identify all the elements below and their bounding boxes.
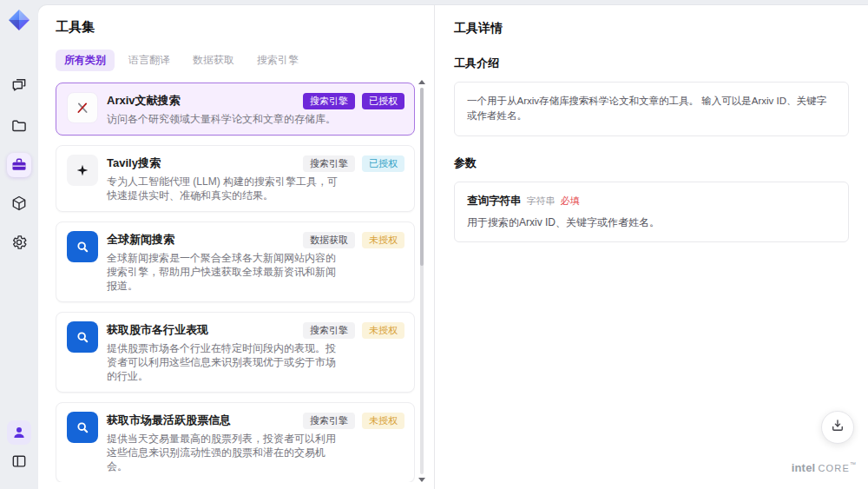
arxiv-logo-icon (67, 92, 98, 123)
sidebar-item-packages[interactable] (7, 191, 31, 215)
detail-title: 工具详情 (454, 21, 849, 36)
intro-text: 一个用于从Arxiv存储库搜索科学论文和文章的工具。 输入可以是Arxiv ID… (467, 94, 836, 124)
page-title: 工具集 (56, 19, 434, 36)
tool-list-item[interactable]: 获取股市各行业表现提供股票市场各个行业在特定时间段内的表现。投资者可以利用这些信… (56, 312, 415, 393)
auth-status-badge: 未授权 (362, 232, 404, 248)
tab-language-translation[interactable]: 语言翻译 (120, 50, 179, 71)
category-tabs: 所有类别语言翻译数据获取搜索引擎 (56, 50, 434, 71)
search-globe-icon (67, 412, 98, 443)
scrollbar-thumb[interactable] (420, 88, 424, 266)
search-globe-icon (67, 321, 98, 353)
category-tag: 数据获取 (303, 232, 355, 248)
user-icon (11, 425, 27, 440)
params-heading: 参数 (454, 155, 849, 171)
sidebar-item-collapse[interactable] (7, 449, 31, 473)
gear-icon (10, 234, 28, 251)
tool-list-item[interactable]: 获取市场最活跃股票信息提供当天交易量最高的股票列表，投资者可以利用这些信息来识别… (56, 402, 415, 482)
tool-detail-panel: 工具详情 工具介绍 一个用于从Arxiv存储库搜索科学论文和文章的工具。 输入可… (434, 5, 868, 489)
toolbox-icon (10, 156, 28, 174)
auth-status-badge: 未授权 (362, 413, 404, 429)
tool-description: 提供当天交易量最高的股票列表，投资者可以利用这些信息来识别流动性强的股票和潜在的… (107, 432, 343, 473)
intel-core-logo: intelCORE™ (792, 459, 856, 475)
param-type: 字符串 (527, 195, 556, 208)
tool-list-panel: 工具集 所有类别语言翻译数据获取搜索引擎 Arxiv文献搜索访问各个研究领域大量… (38, 5, 434, 489)
tool-list-item[interactable]: 全球新闻搜索全球新闻搜索是一个聚合全球各大新闻网站内容的搜索引擎，帮助用户快速获… (56, 221, 415, 302)
panel-toggle-icon (10, 453, 28, 470)
category-tag: 搜索引擎 (303, 93, 355, 109)
tool-description: 提供股票市场各个行业在特定时间段内的表现。投资者可以利用这些信息来识别表现优于或… (107, 341, 343, 383)
chat-icon (10, 76, 28, 94)
param-required-badge: 必填 (561, 195, 580, 208)
sidebar-item-settings[interactable] (7, 230, 31, 254)
download-icon (830, 418, 845, 437)
tool-description: 全球新闻搜索是一个聚合全球各大新闻网站内容的搜索引擎，帮助用户快速获取全球最新资… (107, 251, 343, 293)
auth-status-badge: 已授权 (362, 93, 404, 109)
param-name: 查询字符串 (467, 194, 522, 208)
tool-list-item[interactable]: Tavily搜索专为人工智能代理 (LLM) 构建的搜索引擎工具，可快速提供实时… (56, 145, 415, 212)
tool-list: Arxiv文献搜索访问各个研究领域大量科学论文和文章的存储库。搜索引擎已授权Ta… (56, 83, 415, 482)
download-button[interactable] (821, 411, 854, 444)
intro-heading: 工具介绍 (454, 56, 849, 71)
intro-box: 一个用于从Arxiv存储库搜索科学论文和文章的工具。 输入可以是Arxiv ID… (454, 82, 849, 136)
app-sidebar (0, 0, 38, 489)
auth-status-badge: 未授权 (362, 322, 404, 339)
param-desc: 用于搜索的Arxiv ID、关键字或作者姓名。 (467, 215, 836, 230)
search-globe-icon (67, 231, 98, 262)
scroll-up-icon[interactable] (418, 80, 425, 84)
category-tag: 搜索引擎 (303, 413, 355, 429)
sidebar-item-toolset[interactable] (7, 153, 31, 177)
app-logo-icon[interactable] (8, 9, 30, 31)
tab-all-categories[interactable]: 所有类别 (56, 50, 115, 71)
tool-description: 访问各个研究领域大量科学论文和文章的存储库。 (107, 112, 343, 126)
cube-icon (10, 195, 28, 212)
tool-description: 专为人工智能代理 (LLM) 构建的搜索引擎工具，可快速提供实时、准确和真实的结… (107, 175, 343, 202)
sidebar-item-files[interactable] (7, 114, 31, 138)
scroll-down-icon[interactable] (418, 478, 425, 482)
sidebar-item-chat[interactable] (7, 73, 31, 97)
category-tag: 搜索引擎 (303, 155, 355, 172)
sidebar-item-account[interactable] (7, 420, 31, 445)
list-scrollbar[interactable] (418, 80, 426, 482)
main-surface: 工具集 所有类别语言翻译数据获取搜索引擎 Arxiv文献搜索访问各个研究领域大量… (38, 5, 868, 489)
tab-search-engine[interactable]: 搜索引擎 (248, 50, 307, 71)
tavily-star-icon (67, 155, 98, 186)
folder-icon (10, 117, 28, 135)
category-tag: 搜索引擎 (303, 322, 355, 339)
tab-data-fetch[interactable]: 数据获取 (184, 50, 243, 71)
tool-list-item[interactable]: Arxiv文献搜索访问各个研究领域大量科学论文和文章的存储库。搜索引擎已授权 (56, 83, 415, 135)
param-box: 查询字符串 字符串 必填 用于搜索的Arxiv ID、关键字或作者姓名。 (454, 182, 849, 242)
auth-status-badge: 已授权 (362, 155, 404, 172)
